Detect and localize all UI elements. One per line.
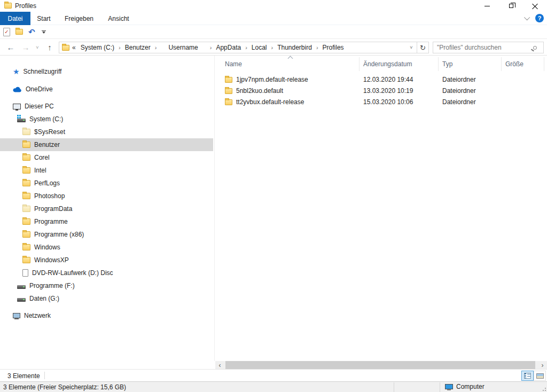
- breadcrumb-item-appdata[interactable]: AppData: [214, 44, 243, 51]
- column-divider[interactable]: [544, 57, 544, 71]
- folder-icon: [22, 154, 30, 161]
- column-header-type[interactable]: Typ: [442, 60, 452, 68]
- new-folder-button[interactable]: [15, 29, 23, 35]
- sidebar-item-windows[interactable]: Windows: [0, 241, 213, 254]
- file-name: 1jpv7npm.default-release: [236, 76, 308, 83]
- sidebar-item-dvd-laufwerk[interactable]: DVD-RW-Laufwerk (D:) Disc: [0, 266, 213, 279]
- horizontal-scrollbar[interactable]: ‹ ›: [215, 361, 547, 369]
- column-header-name[interactable]: Name: [225, 60, 242, 68]
- file-date: 12.03.2020 19:44: [363, 76, 413, 83]
- chevron-right-icon: ›: [244, 44, 248, 51]
- chevron-right-icon: ›: [154, 44, 158, 51]
- tab-freigeben[interactable]: Freigeben: [61, 12, 97, 25]
- sidebar-item-label: Schnellzugriff: [24, 68, 62, 75]
- system-drive-icon: [17, 119, 26, 122]
- sidebar-item-netzwerk[interactable]: Netzwerk: [0, 309, 213, 322]
- column-header-size[interactable]: Größe: [505, 60, 523, 68]
- sidebar-item-intel[interactable]: Intel: [0, 164, 213, 177]
- sidebar-item-label: Photoshop: [34, 192, 65, 200]
- folder-icon: [225, 77, 232, 83]
- sidebar-item-programme-f[interactable]: Programme (F:): [0, 279, 213, 292]
- main-area: ★Schnellzugriff OneDrive Dieser PC Syste…: [0, 56, 547, 361]
- details-view-button[interactable]: [521, 371, 534, 381]
- back-button[interactable]: ←: [4, 39, 17, 56]
- close-button[interactable]: [523, 0, 547, 12]
- sidebar-item-perflogs[interactable]: PerfLogs: [0, 177, 213, 190]
- scrollbar-thumb[interactable]: [225, 361, 535, 369]
- sidebar-item-corel[interactable]: Corel: [0, 151, 213, 164]
- file-type: Dateiordner: [442, 98, 476, 106]
- sidebar-item-benutzer[interactable]: Benutzer: [0, 138, 213, 151]
- tab-ansicht[interactable]: Ansicht: [104, 12, 134, 25]
- quick-access-toolbar: ✓ ↶: [0, 25, 547, 39]
- address-dropdown-button[interactable]: ˅: [406, 45, 417, 50]
- sidebar-item-programme-x86[interactable]: Programme (x86): [0, 228, 213, 241]
- column-divider[interactable]: [438, 57, 439, 71]
- sidebar-item-label: System (C:): [29, 115, 63, 123]
- tab-start[interactable]: Start: [33, 12, 54, 25]
- undo-button[interactable]: ↶: [28, 28, 35, 36]
- folder-icon: [22, 244, 30, 250]
- customize-toolbar-button[interactable]: [42, 30, 46, 34]
- sidebar-item-programme[interactable]: Programme: [0, 215, 213, 228]
- file-row-tt2yvbux[interactable]: tt2yvbux.default-release 15.03.2020 10:0…: [215, 97, 544, 108]
- file-row-1jpv7npm[interactable]: 1jpv7npm.default-release 12.03.2020 19:4…: [215, 74, 544, 85]
- bottom-info-bar: 3 Elemente (Freier Speicherplatz: 15,6 G…: [0, 381, 547, 392]
- breadcrumb-item-thunderbird[interactable]: Thunderbird: [275, 44, 314, 51]
- recent-locations-button[interactable]: ˅: [33, 39, 42, 56]
- up-button[interactable]: ↑: [44, 39, 56, 56]
- properties-button[interactable]: ✓: [3, 28, 10, 36]
- column-divider[interactable]: [501, 57, 502, 71]
- tab-datei[interactable]: Datei: [0, 12, 30, 25]
- sidebar-item-onedrive[interactable]: OneDrive: [0, 83, 213, 96]
- scroll-left-arrow[interactable]: ‹: [215, 361, 224, 369]
- file-date: 13.03.2020 10:19: [363, 87, 413, 95]
- sidebar-item-label: DVD-RW-Laufwerk (D:) Disc: [32, 269, 113, 277]
- resize-grip[interactable]: [541, 386, 546, 391]
- computer-icon: [445, 384, 453, 389]
- search-box[interactable]: [433, 42, 544, 53]
- sidebar-item-label: OneDrive: [26, 85, 53, 93]
- search-input[interactable]: [433, 44, 533, 51]
- minimize-button[interactable]: [475, 0, 499, 12]
- sidebar-item-programdata[interactable]: ProgramData: [0, 202, 213, 215]
- breadcrumb-item-local[interactable]: Local: [249, 44, 269, 51]
- sidebar-item-sysreset[interactable]: $SysReset: [0, 126, 213, 138]
- address-bar[interactable]: « System (C:) › Benutzer › Username › Ap…: [59, 42, 429, 53]
- folder-icon: [22, 180, 30, 186]
- breadcrumb-overflow[interactable]: «: [71, 44, 77, 51]
- breadcrumb-item-system-c[interactable]: System (C:): [79, 44, 116, 51]
- dvd-drive-icon: [22, 269, 28, 277]
- sidebar-item-label: Windows: [34, 244, 60, 251]
- breadcrumb-item-profiles[interactable]: Profiles: [321, 44, 346, 51]
- sidebar-item-dieser-pc[interactable]: Dieser PC: [0, 100, 213, 113]
- restore-button[interactable]: [499, 0, 523, 12]
- search-icon[interactable]: [533, 46, 537, 50]
- sidebar-item-photoshop[interactable]: Photoshop: [0, 190, 213, 202]
- thumbnails-view-button[interactable]: [534, 371, 546, 381]
- minimize-icon: [485, 6, 490, 6]
- help-button[interactable]: ?: [535, 14, 544, 22]
- breadcrumb-item-username[interactable]: Username: [159, 44, 207, 51]
- file-row-5nbl2kuo[interactable]: 5nbl2kuo.default 13.03.2020 10:19 Dateio…: [215, 85, 544, 97]
- sort-ascending-icon: [288, 56, 293, 61]
- sidebar-item-label: Programme (F:): [29, 282, 75, 289]
- column-divider[interactable]: [359, 57, 360, 71]
- sidebar-item-schnellzugriff[interactable]: ★Schnellzugriff: [0, 65, 213, 78]
- scroll-right-arrow[interactable]: ›: [538, 361, 547, 369]
- sidebar-item-label: Dieser PC: [25, 103, 54, 110]
- sidebar-item-daten-g[interactable]: Daten (G:): [0, 292, 213, 305]
- sidebar-item-label: Intel: [34, 167, 46, 174]
- navigation-pane: ★Schnellzugriff OneDrive Dieser PC Syste…: [0, 56, 215, 361]
- triangle-down-icon: [42, 32, 45, 34]
- forward-button[interactable]: →: [19, 39, 32, 56]
- sidebar-item-label: Programme (x86): [34, 231, 84, 238]
- breadcrumb-item-benutzer[interactable]: Benutzer: [123, 44, 153, 51]
- status-divider: [44, 372, 45, 379]
- refresh-button[interactable]: ↻: [417, 42, 428, 53]
- chevron-right-icon: ›: [270, 44, 275, 51]
- column-header-date[interactable]: Änderungsdatum: [363, 60, 412, 68]
- folder-icon: [225, 88, 232, 94]
- sidebar-item-windowsxp[interactable]: WindowsXP: [0, 254, 213, 266]
- sidebar-item-system-c[interactable]: System (C:): [0, 113, 213, 126]
